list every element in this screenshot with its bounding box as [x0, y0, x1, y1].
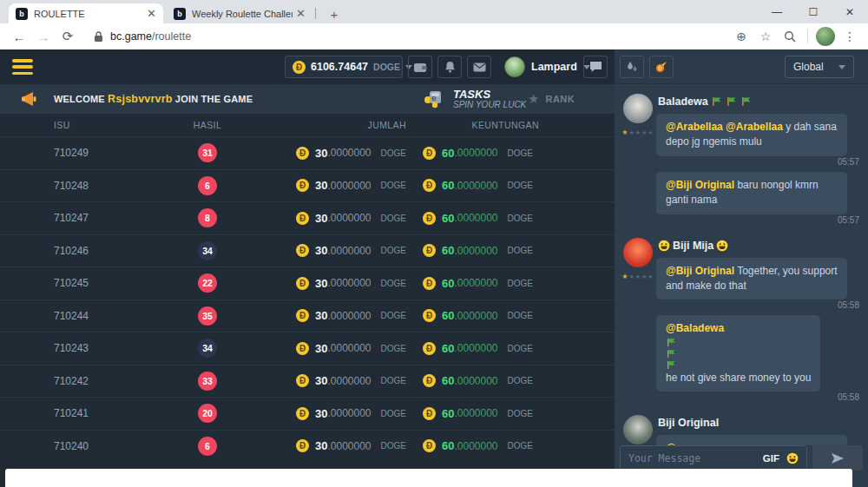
flag-emoji-icon: [666, 359, 677, 371]
rank-link[interactable]: ★ RANK: [528, 91, 575, 107]
minimize-button[interactable]: —: [759, 0, 795, 23]
table-row: 7102478Ð30.0000000DOGEÐ60.0000000DOGE: [0, 201, 615, 234]
doge-coin-icon: Ð: [423, 244, 436, 257]
notifications-button[interactable]: [437, 56, 462, 78]
chat-username[interactable]: Baladewa: [658, 95, 861, 108]
bet-amount: Ð30.0000000DOGE: [233, 309, 413, 322]
result-number-badge: 6: [198, 176, 217, 195]
lock-icon: [94, 31, 103, 43]
table-row: 71024120Ð30.0000000DOGEÐ60.0000000DOGE: [0, 397, 615, 430]
tab-title: ROULETTE: [34, 9, 143, 19]
chat-message-group: ★★★★★Biji Mija@Biji Original Together, y…: [620, 238, 861, 408]
extension-icon[interactable]: ⊕: [732, 27, 751, 46]
tab-weekly-challenge[interactable]: b Weekly Roulette Challenge - Win ✕: [167, 3, 312, 23]
site-favicon: b: [16, 8, 28, 20]
doge-coin-icon: Ð: [423, 179, 436, 192]
wallet-button[interactable]: [408, 56, 432, 78]
mention[interactable]: @Baladewa: [666, 322, 724, 334]
balance-currency: DOGE: [373, 62, 400, 72]
new-tab-button[interactable]: +: [325, 4, 344, 23]
url-text: bc.game/roulette: [110, 30, 191, 43]
balance-selector[interactable]: Ð 6106.74647 DOGE: [285, 56, 403, 78]
laugh-emoji-icon: [658, 240, 670, 252]
result-number-badge: 34: [198, 241, 217, 260]
profit-amount: Ð60.0000000DOGE: [413, 212, 559, 225]
gif-button[interactable]: GIF: [763, 453, 779, 464]
mention[interactable]: @Arabellaa: [726, 121, 783, 133]
close-button[interactable]: ✕: [832, 0, 868, 23]
user-rating: ★★★★★: [621, 273, 654, 280]
messages-button[interactable]: [467, 56, 491, 78]
mention[interactable]: @Arabellaa: [666, 121, 723, 133]
send-message-button[interactable]: [812, 445, 863, 471]
chat-username[interactable]: Biji Mija: [658, 240, 861, 252]
profit-amount: Ð60.0000000DOGE: [413, 147, 559, 160]
chat-bubble-icon: [589, 61, 602, 73]
emoji-picker-icon[interactable]: [786, 452, 799, 464]
back-icon[interactable]: ←: [9, 26, 30, 47]
chat-channel-select[interactable]: Global: [785, 56, 854, 78]
round-id: 710249: [54, 147, 182, 159]
chat-message: @Arabellaa @Arabellaa y dah sana depo jg…: [656, 114, 847, 156]
chat-message: @Baladewa he not give share money to you: [656, 315, 820, 392]
tab-close-icon[interactable]: ✕: [296, 7, 306, 20]
chat-header: Ð Global: [615, 49, 868, 84]
round-id: 710241: [54, 407, 182, 419]
search-icon[interactable]: [780, 27, 799, 46]
round-id: 710248: [54, 180, 182, 192]
doge-coin-icon: Ð: [296, 407, 309, 420]
chrome-menu-icon[interactable]: ⋮: [840, 27, 859, 46]
bet-amount: Ð30.0000000DOGE: [233, 212, 413, 225]
chat-avatar[interactable]: [623, 94, 653, 123]
tab-divider: [315, 8, 316, 19]
bet-amount: Ð30.0000000DOGE: [233, 374, 413, 387]
profit-amount: Ð60.0000000DOGE: [413, 277, 559, 290]
toolbar-separator: [807, 30, 808, 43]
result-number-badge: 35: [198, 306, 217, 326]
table-row: 7102486Ð30.0000000DOGEÐ60.0000000DOGE: [0, 169, 615, 202]
chat-avatar[interactable]: [623, 415, 653, 444]
rain-button[interactable]: [620, 56, 644, 78]
tab-roulette[interactable]: b ROULETTE ✕: [9, 3, 163, 23]
page-content: Ð 6106.74647 DOGE Lampard: [0, 49, 868, 487]
column-header-isu: ISU: [54, 120, 182, 130]
doge-coin-icon: Ð: [296, 179, 309, 192]
hamburger-menu-icon[interactable]: [12, 59, 33, 75]
address-bar[interactable]: bc.game/roulette: [94, 30, 732, 43]
chat-avatar[interactable]: [623, 238, 653, 267]
result-number-badge: 31: [198, 143, 217, 162]
history-table-body: 71024931Ð30.0000000DOGEÐ60.0000000DOGE71…: [0, 136, 615, 462]
tasks-link[interactable]: Ð TASKS SPIN YOUR LUCK: [423, 89, 526, 109]
result-number-badge: 22: [198, 273, 217, 293]
result-number-badge: 8: [198, 208, 217, 227]
tab-close-icon[interactable]: ✕: [147, 7, 156, 20]
chat-username[interactable]: Biji Original: [658, 417, 861, 429]
table-row: 71024334Ð30.0000000DOGEÐ60.0000000DOGE: [0, 332, 615, 365]
svg-text:Ð: Ð: [658, 65, 662, 71]
megaphone-icon: [21, 91, 40, 107]
refresh-icon[interactable]: ⟳: [57, 26, 78, 47]
mention[interactable]: @Biji Original: [666, 179, 734, 191]
user-avatar: [504, 56, 525, 77]
user-menu[interactable]: Lampard: [504, 56, 590, 78]
mention[interactable]: @Biji Original: [666, 265, 734, 277]
maximize-button[interactable]: ☐: [795, 0, 832, 23]
browser-profile-avatar[interactable]: [816, 27, 835, 46]
doge-coin-icon: Ð: [423, 277, 436, 290]
chat-sidebar: Ð Global ★★★★★Baladewa@Arabellaa @Arabel…: [615, 49, 868, 487]
bet-amount: Ð30.0000000DOGE: [233, 407, 413, 420]
forward-icon[interactable]: →: [33, 26, 54, 47]
profit-amount: Ð60.0000000DOGE: [413, 309, 559, 322]
doge-coin-icon: Ð: [296, 244, 309, 257]
chat-message-list[interactable]: ★★★★★Baladewa@Arabellaa @Arabellaa y dah…: [615, 85, 868, 445]
chat-toggle-button[interactable]: [583, 56, 608, 78]
doge-coin-icon: Ð: [296, 342, 309, 355]
result-number-badge: 20: [198, 404, 217, 423]
doge-coin-icon: Ð: [296, 277, 309, 290]
bookmark-star-icon[interactable]: ☆: [756, 27, 775, 46]
chat-input[interactable]: Your Message GIF: [620, 445, 807, 471]
chat-message: @Biji Original baru nongol kmrn ganti na…: [656, 172, 847, 214]
coin-drop-button[interactable]: Ð: [649, 56, 674, 78]
bell-icon: [444, 61, 456, 73]
round-id: 710245: [54, 277, 182, 289]
